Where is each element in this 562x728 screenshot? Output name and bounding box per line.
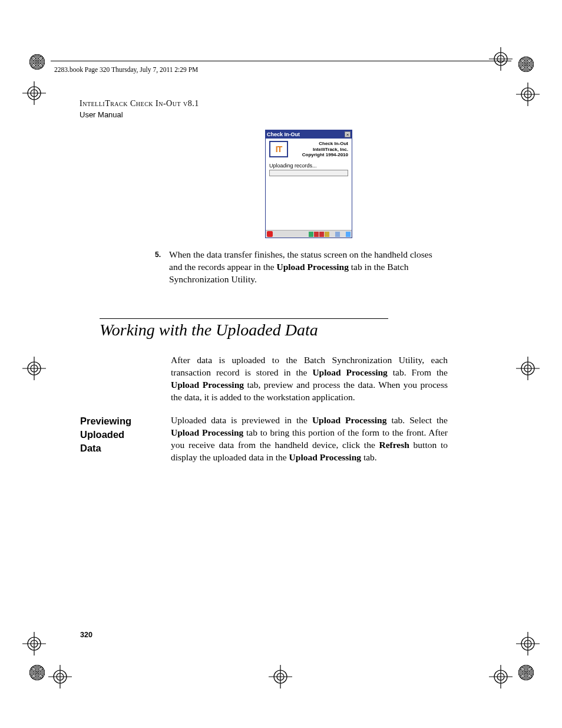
doc-header: IntelliTrack Check In-Out v8.1 User Manu… (80, 98, 199, 120)
tray-icon (325, 232, 329, 237)
crop-mark-icon (489, 47, 513, 71)
section-rule (100, 318, 388, 319)
step-number: 5. (155, 250, 161, 259)
header-rule (51, 61, 511, 61)
handheld-title: Check In-Out (267, 131, 300, 137)
handheld-body: Uploading records... (266, 160, 352, 179)
crop-mark-icon (516, 357, 540, 380)
close-icon: × (345, 131, 351, 137)
tray-icon (346, 232, 351, 237)
running-header: 2283.book Page 320 Thursday, July 7, 201… (54, 66, 198, 73)
handheld-status: Uploading records... (269, 163, 348, 169)
handheld-taskbar (266, 230, 352, 238)
tray-icon (340, 232, 345, 237)
crop-mark-icon (48, 665, 72, 689)
intro-paragraph: After data is uploaded to the Batch Sync… (171, 354, 448, 404)
doc-title: IntelliTrack Check In-Out v8.1 (80, 98, 199, 110)
handheld-titlebar: Check In-Out × (266, 130, 352, 139)
crop-mark-icon (489, 665, 513, 689)
subhead-line: Uploaded (80, 428, 131, 442)
handheld-meta: Check In-Out IntelliTrack, Inc. Copyrigh… (290, 141, 348, 158)
rosette-icon (29, 54, 45, 70)
preview-paragraph: Uploaded data is previewed in the Upload… (171, 414, 448, 464)
handheld-meta-line: Check In-Out (290, 141, 348, 147)
crop-mark-icon (22, 357, 46, 380)
margin-subhead: Previewing Uploaded Data (80, 414, 131, 455)
subhead-line: Previewing (80, 414, 131, 428)
crop-mark-icon (516, 83, 540, 106)
handheld-meta-line: Copyright 1994-2010 (290, 152, 348, 158)
start-icon (267, 231, 273, 237)
tray-icon (309, 232, 313, 237)
step-text: When the data transfer finishes, the sta… (169, 249, 432, 284)
rosette-icon (518, 665, 534, 680)
doc-subtitle: User Manual (80, 110, 199, 120)
rosette-icon (518, 57, 534, 72)
rosette-icon (29, 665, 45, 680)
crop-mark-icon (516, 632, 540, 655)
tray-icon (319, 232, 324, 237)
crop-mark-icon (22, 81, 46, 105)
section-title: Working with the Uploaded Data (100, 321, 318, 340)
crop-mark-icon (22, 632, 46, 655)
logo-icon: IT (269, 141, 288, 157)
handheld-banner: IT Check In-Out IntelliTrack, Inc. Copyr… (266, 139, 352, 160)
handheld-window: Check In-Out × IT Check In-Out IntelliTr… (265, 130, 352, 238)
handheld-meta-line: IntelliTrack, Inc. (290, 147, 348, 153)
tray-icon (314, 232, 319, 237)
page-number: 320 (80, 631, 92, 639)
tray-icons (309, 232, 351, 237)
crop-mark-icon (269, 665, 292, 689)
subhead-line: Data (80, 442, 131, 455)
progress-bar (269, 170, 348, 176)
tray-icon (330, 232, 335, 237)
step-5: 5. When the data transfer finishes, the … (169, 249, 447, 286)
tray-icon (335, 232, 340, 237)
